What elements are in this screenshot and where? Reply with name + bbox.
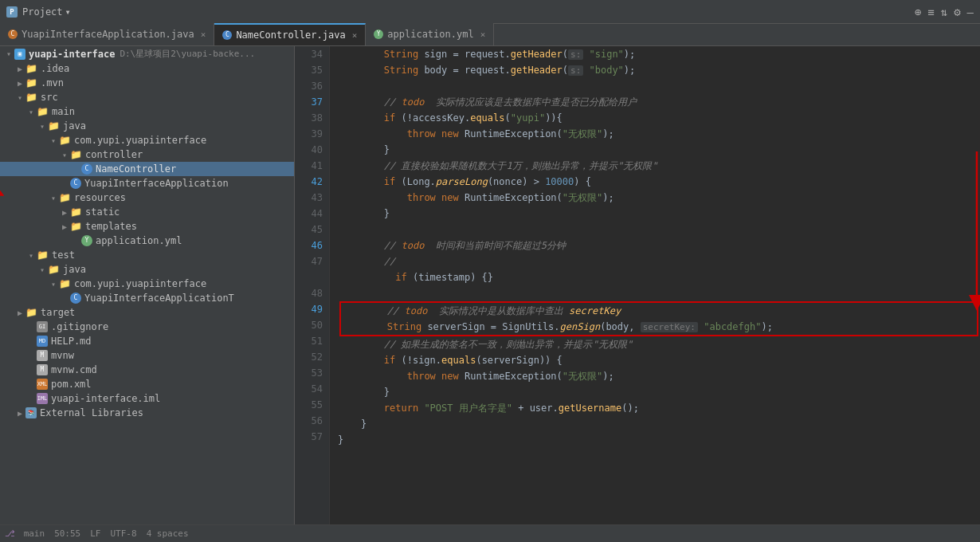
line-38: 38: [295, 110, 329, 126]
root-arrow: ▾: [3, 49, 14, 58]
code-line-57: }: [338, 432, 980, 448]
static-arrow: ▶: [59, 208, 70, 217]
main-folder-icon: 📁: [37, 106, 49, 117]
indent-indicator: 4 spaces: [147, 528, 189, 539]
sidebar-item-iml[interactable]: IML yuapi-interface.iml: [0, 391, 294, 406]
tab-close-icon[interactable]: ×: [201, 29, 206, 40]
static-folder-icon: 📁: [70, 206, 82, 218]
add-icon[interactable]: ⊕: [915, 6, 921, 18]
sidebar-item-ext-libs[interactable]: ▶ 📚 External Libraries: [0, 406, 294, 420]
mvnw-icon: M: [37, 350, 48, 361]
sidebar-item-mvnw-cmd[interactable]: M mvnw.cmd: [0, 363, 294, 377]
main-label: main: [52, 106, 75, 117]
line-col-indicator: 50:55: [54, 528, 80, 539]
title-bar: P Project ▾ ⊕ ≡ ⇅ ⚙ —: [0, 0, 980, 24]
root-path: D:\星球项目2\yuapi-backe...: [120, 48, 255, 60]
mvn-label: .mvn: [41, 77, 64, 88]
sidebar-item-mvnw[interactable]: M mvnw: [0, 348, 294, 363]
line-52: 52: [295, 349, 329, 365]
mvn-arrow: ▶: [14, 79, 25, 88]
bottom-bar: ⎇ main 50:55 LF UTF-8 4 spaces: [0, 524, 980, 542]
line-34: 34: [295, 46, 329, 62]
com-arrow: ▾: [48, 136, 59, 145]
jt-folder-icon: 📁: [48, 264, 60, 275]
sidebar-item-main[interactable]: ▾ 📁 main: [0, 104, 294, 119]
sidebar-item-test[interactable]: ▾ 📁 test: [0, 248, 294, 262]
tab-close-active-icon[interactable]: ×: [352, 30, 358, 41]
line-55: 55: [295, 397, 329, 413]
tab-label-active: NameController.java: [236, 29, 345, 41]
sidebar-item-app-yml[interactable]: Y application.yml: [0, 234, 294, 248]
line-40: 40: [295, 142, 329, 158]
root-label: yuapi-interface: [29, 49, 115, 60]
tab-application-yml[interactable]: Y application.yml ×: [366, 23, 494, 45]
ct-arrow: ▾: [48, 280, 59, 289]
target-label: target: [41, 307, 75, 318]
code-line-42: if (Long.parseLong(nonce) > 10000) {: [338, 174, 980, 190]
main-content: ▾ ▣ yuapi-interface D:\星球项目2\yuapi-backe…: [0, 46, 980, 524]
tab-yml-label: application.yml: [387, 29, 473, 40]
sidebar-item-controller[interactable]: ▾ 📁 controller: [0, 147, 294, 162]
tab-close-yml-icon[interactable]: ×: [480, 29, 486, 40]
project-label: Project: [22, 6, 63, 18]
sidebar-item-src[interactable]: ▾ 📁 src: [0, 90, 294, 104]
pom-icon: XML: [37, 379, 48, 390]
target-arrow: ▶: [14, 308, 25, 317]
java-label: java: [63, 120, 86, 132]
mvnw-label: mvnw: [51, 350, 74, 361]
sidebar-item-static[interactable]: ▶ 📁 static: [0, 205, 294, 219]
sidebar-item-yuapi-app-test[interactable]: C YuapiInterfaceApplicationT: [0, 291, 294, 305]
code-line-35: String body = request.getHeader(s: "body…: [338, 62, 980, 78]
sidebar-item-templates[interactable]: ▶ 📁 templates: [0, 219, 294, 234]
line-39: 39: [295, 126, 329, 142]
sidebar-item-name-controller[interactable]: C NameController: [0, 162, 294, 176]
project-dropdown[interactable]: Project ▾: [22, 6, 71, 18]
sidebar-item-resources[interactable]: ▾ 📁 resources: [0, 190, 294, 205]
cmd-label: mvnw.cmd: [51, 364, 97, 375]
sort-icon[interactable]: ⇅: [941, 6, 947, 18]
sidebar-root[interactable]: ▾ ▣ yuapi-interface D:\星球项目2\yuapi-backe…: [0, 46, 294, 61]
line-56: 56: [295, 413, 329, 429]
templates-arrow: ▶: [59, 222, 70, 231]
sidebar-item-mvn[interactable]: ▶ 📁 .mvn: [0, 76, 294, 90]
editor[interactable]: 34 35 36 37 38 39 40 41 42 43 44 45 46 4…: [295, 46, 980, 524]
controller-folder-icon: 📁: [70, 149, 82, 160]
sidebar[interactable]: ▾ ▣ yuapi-interface D:\星球项目2\yuapi-backe…: [0, 46, 295, 524]
yat-file-icon: C: [70, 293, 81, 304]
sidebar-item-idea[interactable]: ▶ 📁 .idea: [0, 61, 294, 76]
idea-folder-icon: 📁: [25, 63, 37, 74]
sidebar-item-java[interactable]: ▾ 📁 java: [0, 119, 294, 133]
line-57: 57: [295, 429, 329, 445]
list-icon[interactable]: ≡: [927, 6, 934, 18]
c-file-icon: C: [222, 30, 232, 40]
line-47b: [295, 269, 329, 285]
ct-label: com.yupi.yuapiinterface: [74, 278, 206, 289]
tab-name-controller[interactable]: C NameController.java ×: [214, 23, 366, 45]
code-line-40: }: [338, 142, 980, 158]
code-line-37: // todo 实际情况应该是去数据库中查是否已分配给用户: [338, 94, 980, 110]
tab-yuapi-interface-application[interactable]: C YuapiInterfaceApplication.java ×: [0, 23, 214, 45]
code-line-43: throw new RuntimeException("无权限");: [338, 190, 980, 206]
ext-arrow: ▶: [14, 409, 25, 418]
sidebar-item-help[interactable]: MD HELP.md: [0, 334, 294, 348]
code-line-53: throw new RuntimeException("无权限");: [338, 368, 980, 384]
sidebar-item-pom[interactable]: XML pom.xml: [0, 377, 294, 391]
res-folder-icon: 📁: [59, 192, 71, 203]
target-folder-icon: 📁: [25, 307, 37, 318]
sidebar-item-com-test[interactable]: ▾ 📁 com.yupi.yuapiinterface: [0, 277, 294, 291]
sidebar-item-java-test[interactable]: ▾ 📁 java: [0, 262, 294, 277]
line-48: 48: [295, 285, 329, 301]
src-arrow: ▾: [14, 93, 25, 102]
test-arrow: ▾: [25, 251, 37, 260]
sidebar-item-gitignore[interactable]: GI .gitignore: [0, 320, 294, 334]
iml-icon: IML: [37, 393, 48, 404]
close-sidebar-icon[interactable]: —: [967, 6, 974, 18]
sidebar-item-target[interactable]: ▶ 📁 target: [0, 305, 294, 320]
sidebar-item-com[interactable]: ▾ 📁 com.yupi.yuapiinterface: [0, 133, 294, 147]
templates-label: templates: [85, 221, 137, 232]
sidebar-item-yuapi-app[interactable]: C YuapiInterfaceApplication: [0, 176, 294, 190]
ya-file-icon: C: [70, 178, 81, 189]
static-label: static: [85, 206, 120, 218]
settings-icon[interactable]: ⚙: [954, 6, 960, 18]
nc-file-icon: C: [81, 163, 92, 175]
